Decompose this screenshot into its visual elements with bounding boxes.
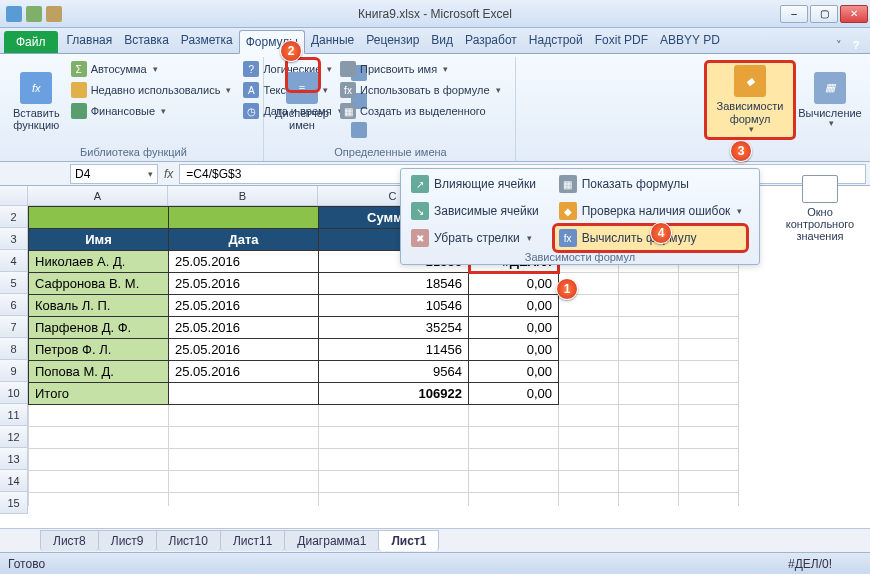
- date-cell[interactable]: 25.05.2016: [169, 361, 319, 383]
- cell[interactable]: [559, 471, 619, 493]
- cell[interactable]: [619, 317, 679, 339]
- row-header[interactable]: 9: [0, 360, 28, 382]
- cell[interactable]: [619, 295, 679, 317]
- tab-разметка[interactable]: Разметка: [175, 29, 239, 53]
- tab-вид[interactable]: Вид: [425, 29, 459, 53]
- row-header[interactable]: 4: [0, 250, 28, 272]
- cell[interactable]: [559, 449, 619, 471]
- minimize-button[interactable]: –: [780, 5, 808, 23]
- name-manager-button[interactable]: ≡ Диспетчер имен: [272, 59, 332, 144]
- cell[interactable]: 0,00: [469, 383, 559, 405]
- row-header[interactable]: 10: [0, 382, 28, 404]
- cell[interactable]: [29, 493, 169, 507]
- use-in-formula-button[interactable]: fxИспользовать в формуле▾: [336, 80, 505, 100]
- row-header[interactable]: 14: [0, 470, 28, 492]
- cell[interactable]: [619, 471, 679, 493]
- date-cell[interactable]: 25.05.2016: [169, 317, 319, 339]
- row-header[interactable]: 12: [0, 426, 28, 448]
- cell[interactable]: [679, 295, 739, 317]
- row-header[interactable]: 15: [0, 492, 28, 514]
- define-name-button[interactable]: Присвоить имя▾: [336, 59, 505, 79]
- cell[interactable]: [679, 427, 739, 449]
- row-header[interactable]: 6: [0, 294, 28, 316]
- tab-надстрой[interactable]: Надстрой: [523, 29, 589, 53]
- sum-cell[interactable]: 9564: [319, 361, 469, 383]
- select-all-corner[interactable]: [0, 186, 28, 206]
- row-header[interactable]: 8: [0, 338, 28, 360]
- cell[interactable]: [679, 405, 739, 427]
- insert-function-button[interactable]: fx Вставить функцию: [10, 59, 63, 144]
- tab-file[interactable]: Файл: [4, 31, 58, 53]
- name-cell[interactable]: Попова М. Д.: [29, 361, 169, 383]
- watch-window-button[interactable]: Окно контрольного значения: [778, 175, 862, 242]
- calculation-button[interactable]: ▦ Вычисление▾: [800, 62, 860, 137]
- cell[interactable]: [169, 427, 319, 449]
- fx-label-icon[interactable]: fx: [164, 167, 173, 181]
- cell[interactable]: [169, 405, 319, 427]
- tab-разработ[interactable]: Разработ: [459, 29, 523, 53]
- cell[interactable]: [469, 471, 559, 493]
- tab-данные[interactable]: Данные: [305, 29, 360, 53]
- cell[interactable]: [319, 471, 469, 493]
- cell[interactable]: [469, 449, 559, 471]
- row-header[interactable]: 5: [0, 272, 28, 294]
- cell[interactable]: [469, 405, 559, 427]
- cell[interactable]: [29, 449, 169, 471]
- row-header[interactable]: 11: [0, 404, 28, 426]
- name-cell[interactable]: Сафронова В. М.: [29, 273, 169, 295]
- error-checking-button[interactable]: ◆Проверка наличия ошибок▾: [555, 199, 747, 223]
- total-label[interactable]: Итого: [29, 383, 169, 405]
- cell[interactable]: [169, 449, 319, 471]
- financial-button[interactable]: Финансовые▾: [67, 101, 236, 121]
- cell[interactable]: [559, 317, 619, 339]
- sheet-tab[interactable]: Лист8: [40, 530, 99, 551]
- cell[interactable]: [679, 383, 739, 405]
- cell[interactable]: [619, 383, 679, 405]
- sum-cell[interactable]: 10546: [319, 295, 469, 317]
- cell[interactable]: [679, 317, 739, 339]
- sheet-tab[interactable]: Лист11: [220, 530, 285, 551]
- pct-cell[interactable]: 0,00: [469, 361, 559, 383]
- cell[interactable]: [319, 427, 469, 449]
- tab-вставка[interactable]: Вставка: [118, 29, 175, 53]
- name-cell[interactable]: Николаев А. Д.: [29, 251, 169, 273]
- show-formulas-button[interactable]: ▦Показать формулы: [555, 172, 747, 196]
- undo-icon[interactable]: [46, 6, 62, 22]
- cell[interactable]: [619, 449, 679, 471]
- trace-dependents-button[interactable]: ↘Зависимые ячейки: [407, 199, 543, 223]
- sum-cell[interactable]: 11456: [319, 339, 469, 361]
- name-box[interactable]: D4▾: [70, 164, 158, 184]
- date-cell[interactable]: 25.05.2016: [169, 339, 319, 361]
- trace-precedents-button[interactable]: ↗Влияющие ячейки: [407, 172, 543, 196]
- cell[interactable]: [679, 273, 739, 295]
- cell[interactable]: [319, 493, 469, 507]
- name-cell[interactable]: Коваль Л. П.: [29, 295, 169, 317]
- tab-главная[interactable]: Главная: [61, 29, 119, 53]
- date-cell[interactable]: 25.05.2016: [169, 295, 319, 317]
- cell[interactable]: [319, 405, 469, 427]
- cell[interactable]: [169, 383, 319, 405]
- remove-arrows-button[interactable]: ✖Убрать стрелки▾: [407, 226, 543, 250]
- cell[interactable]: [619, 273, 679, 295]
- cell[interactable]: [169, 207, 319, 229]
- cell[interactable]: [679, 493, 739, 507]
- cell[interactable]: [469, 427, 559, 449]
- cell[interactable]: [29, 207, 169, 229]
- cell[interactable]: [29, 405, 169, 427]
- cell[interactable]: [469, 493, 559, 507]
- cell[interactable]: [29, 427, 169, 449]
- help-icon[interactable]: ?: [848, 37, 864, 53]
- cell[interactable]: [29, 471, 169, 493]
- row-header[interactable]: 2: [0, 206, 28, 228]
- row-header[interactable]: 7: [0, 316, 28, 338]
- sheet-tab[interactable]: Лист1: [378, 530, 439, 551]
- cell[interactable]: [559, 405, 619, 427]
- ribbon-collapse-icon[interactable]: ˅: [836, 39, 842, 52]
- tab-abbyy pd[interactable]: ABBYY PD: [654, 29, 726, 53]
- sum-cell[interactable]: 35254: [319, 317, 469, 339]
- pct-cell[interactable]: 0,00: [469, 317, 559, 339]
- autosum-button[interactable]: ΣАвтосумма▾: [67, 59, 236, 79]
- cell[interactable]: [169, 493, 319, 507]
- cell[interactable]: [619, 493, 679, 507]
- name-cell[interactable]: Парфенов Д. Ф.: [29, 317, 169, 339]
